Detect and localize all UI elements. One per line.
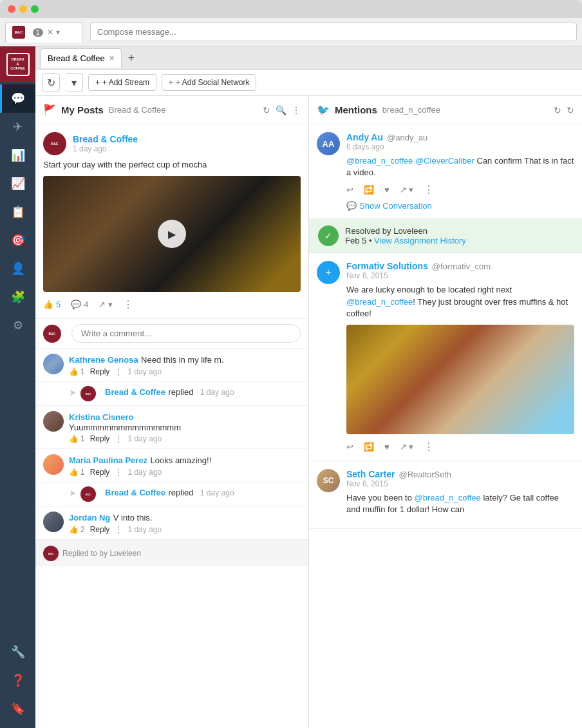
like-icon-maria: 👍 (69, 468, 79, 477)
seth-text: Have you been to @bread_n_coffee lately?… (346, 492, 574, 515)
sidebar-item-help[interactable]: ❓ (0, 666, 35, 694)
my-posts-search-icon[interactable]: 🔍 (276, 105, 286, 115)
reply-button-kathrene[interactable]: Reply (90, 367, 110, 376)
like-formativ-icon[interactable]: ♥ (384, 442, 390, 452)
share-andy-icon[interactable]: ↗ ▾ (400, 185, 414, 195)
andy-au-time: 6 days ago (346, 142, 574, 151)
retweet-andy-icon[interactable]: 🔁 (364, 185, 374, 195)
comment-author-kristina[interactable]: Kristina Cisnero (69, 412, 133, 422)
comment-maria: Maria Paulina Perez Looks amazing!! 👍 1 … (35, 449, 308, 483)
show-conversation-button[interactable]: 💬 Show Conversation (346, 201, 574, 211)
reply-time-bc2: 1 day ago (200, 488, 234, 497)
avatar-formativ: + (317, 261, 340, 284)
comment-like-jordan[interactable]: 👍 2 (69, 525, 85, 534)
more-kathrene[interactable]: ⋮ (115, 367, 122, 376)
comment-author-jordan[interactable]: Jordan Ng (69, 513, 110, 522)
nav-logo[interactable]: BREAD&COFFEE (0, 46, 35, 82)
avatar-andy: AA (317, 132, 340, 155)
add-social-network-button[interactable]: + + Add Social Network (162, 74, 256, 91)
more-jordan[interactable]: ⋮ (115, 525, 122, 534)
window-chrome (0, 0, 582, 18)
time-maria: 1 day ago (127, 468, 162, 477)
sidebar-item-publish[interactable]: ✈ (0, 113, 35, 141)
like-andy-icon[interactable]: ♥ (384, 185, 390, 195)
reply-formativ-icon[interactable]: ↩ (346, 442, 353, 452)
reply-button-kristina[interactable]: Reply (90, 434, 110, 443)
more-formativ-icon[interactable]: ⋮ (424, 441, 434, 453)
compose-input[interactable] (90, 23, 577, 41)
reply-button-maria[interactable]: Reply (90, 468, 110, 477)
comment-icon: 💬 (71, 300, 81, 309)
sidebar-item-analytics2[interactable]: 📈 (0, 169, 35, 198)
post-more-icon[interactable]: ⋮ (123, 298, 133, 311)
resolved-date-text: Feb 5 • View Assignment History (345, 236, 466, 245)
sidebar-nav: BREAD&COFFEE 💬 ✈ 📊 📈 📋 🎯 👤 🧩 ⚙ (0, 46, 35, 728)
stream-tab-close-icon[interactable]: ✕ (109, 54, 115, 62)
sidebar-item-tools[interactable]: 🔧 (0, 638, 35, 666)
sidebar-item-assignments[interactable]: 📋 (0, 198, 35, 226)
stream-tab-bread-coffee[interactable]: Bread & Coffee ✕ (41, 48, 122, 68)
minimize-button[interactable] (19, 5, 27, 13)
play-button[interactable]: ▶ (158, 220, 186, 248)
sidebar-item-contacts[interactable]: 👤 (0, 254, 35, 283)
my-posts-more-icon[interactable]: ⋮ (292, 105, 301, 115)
more-maria[interactable]: ⋮ (115, 468, 122, 477)
bread-coffee-avatar: B&C (43, 132, 66, 155)
add-stream-button[interactable]: + + Add Stream (88, 74, 156, 91)
share-formativ-icon[interactable]: ↗ ▾ (400, 442, 414, 452)
refresh-button[interactable]: ↻ (42, 73, 60, 91)
sidebar-item-campaigns[interactable]: 🎯 (0, 226, 35, 254)
retweet-formativ-icon[interactable]: 🔁 (364, 442, 374, 452)
stream-my-posts: 🚩 My Posts Bread & Coffee ↻ 🔍 ⋮ B&C (35, 96, 309, 728)
andy-au-name[interactable]: Andy Au (346, 132, 383, 142)
chevron-down-button[interactable]: ▾ (65, 73, 83, 91)
comment-like-kathrene[interactable]: 👍 1 (69, 367, 85, 376)
more-andy-icon[interactable]: ⋮ (424, 184, 434, 196)
add-stream-plus-icon: + (95, 78, 100, 87)
view-assignment-history-link[interactable]: View Assignment History (374, 236, 466, 245)
comment-like-kristina[interactable]: 👍 1 (69, 434, 85, 443)
resolved-banner: ✓ Resolved by Loveleen Feb 5 • View Assi… (309, 219, 582, 253)
comment-like-maria[interactable]: 👍 1 (69, 468, 85, 477)
stream-mentions: 🐦 Mentions bread_n_coffee ↻ ↻ AA (309, 96, 582, 728)
stream-mentions-actions: ↻ ↻ (554, 105, 574, 115)
reply-andy-icon[interactable]: ↩ (346, 185, 353, 195)
reply-author-bc2[interactable]: Bread & Coffee (105, 488, 165, 497)
sidebar-item-analytics[interactable]: 📊 (0, 141, 35, 169)
close-button[interactable] (8, 5, 15, 13)
comment-button[interactable]: 💬 4 (71, 300, 88, 309)
post-actions: 👍 5 💬 4 ↗ ▾ ⋮ (43, 298, 301, 311)
post-author-name[interactable]: Bread & Coffee (73, 134, 138, 144)
sidebar-item-settings[interactable]: ⚙ (0, 311, 35, 340)
sidebar-item-apps[interactable]: 🧩 (0, 283, 35, 311)
mentions-refresh-icon[interactable]: ↻ (554, 105, 561, 115)
reply-button-jordan[interactable]: Reply (90, 525, 110, 534)
browser-tab[interactable]: B&C 1 ✕ ▾ (5, 22, 82, 43)
my-posts-flag-icon: 🚩 (43, 104, 56, 116)
stream-mentions-body: AA Andy Au @andy_au 6 days ago @bread_n_… (309, 124, 582, 728)
sidebar-item-streams[interactable]: 💬 (0, 84, 35, 113)
my-posts-refresh-icon[interactable]: ↻ (263, 105, 270, 115)
comment-author-kathrene[interactable]: Kathrene Genosa (69, 355, 138, 365)
like-icon-kathrene: 👍 (69, 367, 79, 376)
share-button[interactable]: ↗ ▾ (99, 300, 113, 309)
seth-name[interactable]: Seth Carter (346, 469, 395, 479)
reply-bread-coffee-2: ➤ B&C Bread & Coffee replied 1 day ago (35, 483, 308, 506)
comment-text-jordan: V into this. (113, 513, 153, 522)
mentions-more-icon[interactable]: ↻ (567, 105, 574, 115)
reply-text-bc1: replied (168, 387, 193, 397)
tab-chevron-icon[interactable]: ▾ (56, 28, 60, 37)
more-kristina[interactable]: ⋮ (115, 434, 122, 443)
maximize-button[interactable] (31, 5, 39, 13)
add-tab-button[interactable]: + (124, 52, 139, 64)
formativ-name[interactable]: Formativ Solutions (346, 261, 428, 271)
comment-author-maria[interactable]: Maria Paulina Perez (69, 455, 147, 465)
tab-close-icon[interactable]: ✕ (47, 28, 53, 37)
comment-input[interactable] (71, 324, 301, 343)
reply-author-bc1[interactable]: Bread & Coffee (105, 387, 165, 397)
like-button[interactable]: 👍 5 (43, 300, 61, 309)
sidebar-item-bookmark[interactable]: 🔖 (0, 694, 35, 723)
andy-au-text: @bread_n_coffee @CleverCaliber Can confi… (346, 155, 574, 178)
traffic-lights (8, 5, 39, 13)
comment-actions-kathrene: 👍 1 Reply ⋮ 1 day ago (69, 367, 224, 376)
